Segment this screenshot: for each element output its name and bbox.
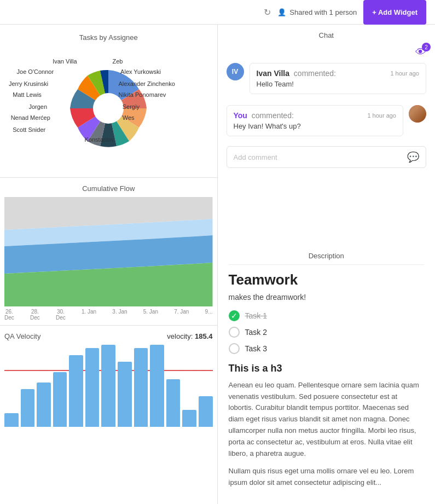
shared-label: Shared with 1 person [289,8,357,16]
pie-label-alex-z: Alexander Zinchenko [118,80,175,87]
add-comment-placeholder: Add comment [234,153,277,161]
refresh-icon[interactable]: ↻ [264,7,271,18]
velocity-label: velocity: [167,332,193,340]
chat-header-row: 👁 2 [227,46,427,59]
pie-label-alex-y: Alex Yurkowski [120,68,161,75]
velocity-number: 185.4 [195,332,213,340]
description-body-2: Nullam quis risus eget urna mollis ornar… [229,466,425,489]
task-check-0[interactable]: ✓ [229,310,240,321]
description-subtitle: makes the dreamwork! [229,293,425,302]
cumulative-flow-chart [4,197,213,306]
viewer-count: 2 [422,43,431,51]
bar-4 [69,355,83,427]
qa-velocity-widget: QA Velocity velocity: 185.4 [0,326,217,504]
pie-label-joe: Joe O'Connor [17,68,54,75]
bar-12 [199,396,213,427]
cumulative-flow-title: Cumulative Flow [4,184,213,193]
bar-9 [150,345,164,427]
task-item-1: Task 2 [229,327,425,338]
pie-chart-container: Ivan Villa Zeb Joe O'Connor Alex Yurkows… [9,48,208,169]
avatar-image [409,105,426,123]
task-list: ✓ Task 1 Task 2 Task 3 [229,310,425,354]
chat-body-2: Hey Ivan! What's up? [234,122,397,130]
velocity-value-display: velocity: 185.4 [167,332,212,340]
flow-label-2: 30.Dec [56,309,66,321]
description-heading: Teamwork [229,271,425,288]
description-body-1: Aenean eu leo quam. Pellentesque ornare … [229,380,425,460]
chat-title: Chat [227,31,427,39]
author-name-2: You [234,111,247,120]
chat-time-2: 1 hour ago [367,112,396,119]
flow-label-0: 26.Dec [4,309,14,321]
bar-chart [4,345,213,427]
flow-x-labels: 26.Dec 28.Dec 30.Dec 1. Jan 3. Jan 5. Ja… [4,306,213,321]
tasks-by-assignee-widget: Tasks by Assignee [0,25,217,178]
task-check-1[interactable] [229,327,240,338]
bar-10 [166,379,181,427]
pie-label-jorgen: Jorgen [28,103,47,110]
chat-message-body-2: You commented: 1 hour ago Hey Ivan! What… [227,105,404,136]
add-widget-button[interactable]: + Add Widget [363,0,426,25]
task-label-1: Task 2 [245,328,267,337]
pie-label-konstantin: Konstantin [85,136,113,143]
author-verb-2: commented: [252,111,294,120]
eye-badge: 👁 2 [415,46,426,59]
flow-label-1: 28.Dec [30,309,40,321]
header: ↻ 👤 Shared with 1 person + Add Widget [0,0,435,25]
pie-label-jerry: Jerry Krusinski [9,80,48,87]
velocity-title: QA Velocity [4,332,40,340]
pie-label-sergiy: Sergiy [123,103,140,110]
comment-icon: 💬 [407,151,419,163]
bar-11 [182,410,196,427]
flow-label-6: 7. Jan [174,309,189,321]
chat-author-2: You commented: [234,111,294,120]
bar-5 [85,348,100,427]
cumulative-flow-widget: Cumulative Flow 26.Dec 28.Dec 30.Dec 1. … [0,178,217,326]
main-grid: Tasks by Assignee [0,25,435,504]
chat-message-2: You commented: 1 hour ago Hey Ivan! What… [227,105,427,142]
bar-8 [134,348,148,427]
chat-author-1: Ivan Villa commented: [257,69,336,78]
chat-body-1: Hello Team! [257,80,420,88]
right-column: Chat 👁 2 IV Ivan Villa commented: 1 ho [218,25,436,504]
chat-message-header-2: You commented: 1 hour ago [234,111,397,120]
bar-6 [101,345,115,427]
flow-label-4: 3. Jan [112,309,127,321]
task-label-0: Task 1 [245,311,267,320]
task-item-0: ✓ Task 1 [229,310,425,321]
flow-svg [4,197,213,306]
avatar-ivan: IV [227,63,244,80]
pie-labels: Ivan Villa Zeb Joe O'Connor Alex Yurkows… [9,48,208,169]
pie-label-zeb: Zeb [113,58,123,65]
pie-label-scott: Scott Snider [13,126,45,133]
flow-label-3: 1. Jan [82,309,96,321]
flow-label-5: 5. Jan [143,309,158,321]
pie-label-ivan: Ivan Villa [53,58,77,65]
task-item-2: Task 3 [229,343,425,354]
chat-widget: Chat 👁 2 IV Ivan Villa commented: 1 ho [218,25,436,243]
pie-label-nenad: Nenad Merćep [11,114,50,121]
velocity-header: QA Velocity velocity: 185.4 [4,332,213,340]
flow-label-7: 9... [205,309,213,321]
bar-1 [21,389,35,427]
description-section-title: Description [229,252,425,265]
bar-2 [37,383,51,427]
pie-label-wes: Wes [123,114,135,121]
bar-0 [4,413,19,427]
shared-badge: 👤 Shared with 1 person [277,8,357,16]
description-widget: Description Teamwork makes the dreamwork… [218,243,436,504]
bar-7 [118,362,132,427]
chat-time-1: 1 hour ago [390,70,419,77]
chat-message-header-1: Ivan Villa commented: 1 hour ago [257,69,420,78]
add-comment-row[interactable]: Add comment 💬 [227,146,427,168]
author-verb-1: commented: [294,69,336,78]
left-column: Tasks by Assignee [0,25,218,504]
pie-label-nikita: Nikita Ponomarev [118,91,166,98]
task-check-2[interactable] [229,343,240,354]
author-name-1: Ivan Villa [257,69,289,78]
description-h3: This is a h3 [229,363,425,374]
avatar-you [409,105,426,123]
chat-message-body-1: Ivan Villa commented: 1 hour ago Hello T… [250,63,427,94]
user-icon: 👤 [277,8,286,16]
chat-message-1: IV Ivan Villa commented: 1 hour ago Hell… [227,63,427,100]
